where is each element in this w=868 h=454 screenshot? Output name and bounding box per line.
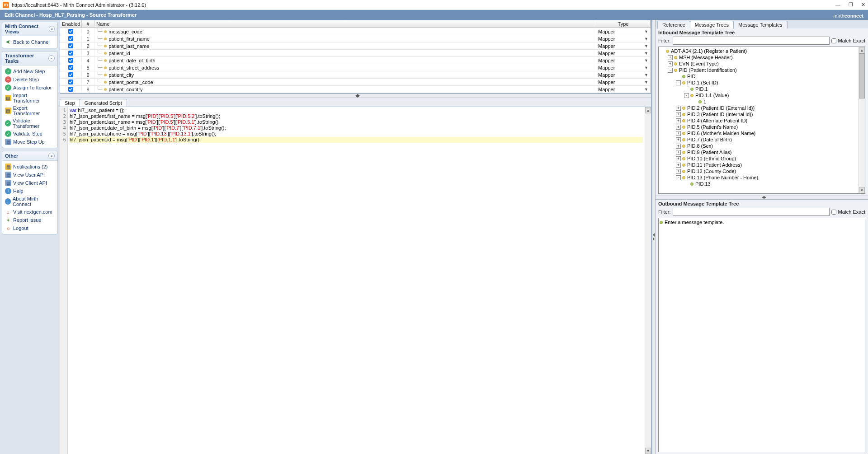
tab-message-templates[interactable]: Message Templates — [733, 21, 788, 28]
tree-node[interactable]: +PID.2 (Patient ID (External Id)) — [660, 105, 858, 111]
step-type-dropdown[interactable]: Mapper▼ — [596, 71, 651, 79]
col-header-num[interactable]: # — [82, 20, 94, 28]
step-enabled-checkbox[interactable] — [68, 65, 73, 70]
tree-node[interactable]: ADT-A04 (2.1) (Register a Patient) — [660, 48, 858, 54]
collapse-icon[interactable]: « — [49, 26, 55, 32]
step-row[interactable]: 1└─patient_first_nameMapper▼ — [60, 35, 651, 42]
tree-node[interactable]: +PID.8 (Sex) — [660, 143, 858, 149]
sidebar-item[interactable]: ✓Validate Transformer — [3, 117, 57, 130]
step-enabled-checkbox[interactable] — [68, 43, 73, 48]
step-enabled-checkbox[interactable] — [68, 87, 73, 92]
collapse-icon[interactable]: - — [668, 68, 673, 73]
step-enabled-checkbox[interactable] — [68, 80, 73, 84]
tree-node[interactable]: +PID.6 (Mother's Maiden Name) — [660, 130, 858, 136]
close-button[interactable]: ✕ — [861, 2, 865, 8]
tree-node[interactable]: -PID.1.1 (Value) — [660, 92, 858, 98]
step-enabled-checkbox[interactable] — [68, 72, 73, 77]
collapse-icon[interactable]: - — [684, 93, 689, 98]
sidebar-item[interactable]: ⎋Logout — [3, 224, 57, 232]
sidebar-item[interactable]: ▤Import Transformer — [3, 92, 57, 104]
step-type-dropdown[interactable]: Mapper▼ — [596, 42, 651, 50]
sidebar-item[interactable]: iAbout Mirth Connect — [3, 195, 57, 208]
sidebar-item[interactable]: ▤View User API — [3, 171, 57, 179]
tree-node[interactable]: +MSH (Message Header) — [660, 54, 858, 61]
step-type-dropdown[interactable]: Mapper▼ — [596, 86, 651, 93]
sidebar-item[interactable]: ✶Report Issue — [3, 216, 57, 224]
outbound-filter-input[interactable] — [673, 208, 830, 216]
outbound-match-exact-checkbox[interactable] — [831, 210, 836, 215]
sidebar-item[interactable]: ▤View Client API — [3, 179, 57, 187]
tree-node[interactable]: 1 — [660, 98, 858, 105]
step-enabled-checkbox[interactable] — [68, 58, 73, 63]
sidebar-item[interactable]: ⌂Visit nextgen.com — [3, 208, 57, 216]
tree-node[interactable]: +PID.10 (Ethnic Group) — [660, 155, 858, 162]
sidebar-item[interactable]: –Delete Step — [3, 75, 57, 84]
tree-node[interactable]: +PID.4 (Alternate Patient ID) — [660, 117, 858, 124]
step-row[interactable]: 3└─patient_idMapper▼ — [60, 50, 651, 57]
step-type-dropdown[interactable]: Mapper▼ — [596, 35, 651, 42]
step-type-dropdown[interactable]: Mapper▼ — [596, 28, 651, 35]
tab-reference[interactable]: Reference — [657, 21, 690, 28]
expand-icon[interactable]: + — [676, 150, 681, 155]
vertical-splitter[interactable] — [652, 20, 656, 454]
scroll-up-icon[interactable]: ▲ — [645, 107, 651, 113]
panel-header-views[interactable]: Mirth Connect Views « — [2, 22, 57, 36]
step-enabled-checkbox[interactable] — [68, 51, 73, 56]
right-horizontal-splitter[interactable] — [656, 196, 868, 199]
back-to-channel[interactable]: ⮜ Back to Channel — [3, 38, 57, 46]
step-type-dropdown[interactable]: Mapper▼ — [596, 50, 651, 57]
step-type-dropdown[interactable]: Mapper▼ — [596, 64, 651, 71]
step-row[interactable]: 0└─message_codeMapper▼ — [60, 28, 651, 35]
scroll-thumb[interactable] — [859, 53, 865, 98]
col-header-type[interactable]: Type — [596, 20, 651, 28]
tab-message-trees[interactable]: Message Trees — [690, 21, 734, 28]
tree-node[interactable]: +PID.12 (County Code) — [660, 168, 858, 174]
col-header-enabled[interactable]: Enabled — [60, 20, 82, 28]
step-type-dropdown[interactable]: Mapper▼ — [596, 79, 651, 86]
tree-node[interactable]: +PID.9 (Patient Alias) — [660, 149, 858, 155]
expand-icon[interactable]: + — [676, 144, 681, 149]
sidebar-item[interactable]: ▤Export Transformer — [3, 104, 57, 117]
tree-node[interactable]: PID.1 — [660, 86, 858, 92]
tree-node[interactable]: -PID.1 (Set ID) — [660, 80, 858, 86]
sidebar-item[interactable]: ✓Validate Step — [3, 130, 57, 138]
tree-node[interactable]: -PID (Patient Identification) — [660, 67, 858, 73]
expand-icon[interactable]: + — [676, 137, 681, 142]
expand-icon[interactable]: + — [676, 131, 681, 136]
sidebar-item[interactable]: +Add New Step — [3, 67, 57, 75]
collapse-icon[interactable]: - — [676, 80, 681, 85]
panel-header-tasks[interactable]: Transformer Tasks « — [2, 51, 57, 66]
tree-scrollbar[interactable]: ▲ ▼ — [859, 47, 865, 193]
code-area[interactable]: var hl7_json_patient = {};hl7_json_patie… — [68, 107, 645, 454]
step-enabled-checkbox[interactable] — [68, 36, 73, 41]
step-row[interactable]: 4└─patient_date_of_birthMapper▼ — [60, 57, 651, 64]
step-row[interactable]: 2└─patient_last_nameMapper▼ — [60, 42, 651, 50]
tree-node[interactable]: -PID.13 (Phone Number - Home) — [660, 174, 858, 181]
inbound-match-exact-checkbox[interactable] — [831, 38, 836, 43]
scroll-down-icon[interactable]: ▼ — [859, 187, 865, 193]
step-type-dropdown[interactable]: Mapper▼ — [596, 57, 651, 64]
expand-icon[interactable]: + — [676, 112, 681, 117]
expand-icon[interactable]: + — [668, 55, 673, 60]
expand-icon[interactable]: + — [676, 156, 681, 161]
expand-icon[interactable]: + — [676, 125, 681, 130]
scroll-up-icon[interactable]: ▲ — [859, 47, 865, 53]
horizontal-splitter[interactable] — [60, 94, 651, 98]
collapse-icon[interactable]: - — [676, 175, 681, 180]
scroll-down-icon[interactable]: ▼ — [645, 448, 651, 454]
tree-node[interactable]: PID — [660, 73, 858, 80]
sidebar-item[interactable]: ▤Move Step Up — [3, 138, 57, 146]
inbound-filter-input[interactable] — [673, 37, 830, 45]
collapse-icon[interactable]: « — [48, 55, 55, 61]
sidebar-item[interactable]: ▤Notifications (2) — [3, 163, 57, 171]
minimize-button[interactable]: — — [835, 2, 840, 8]
sidebar-item[interactable]: iHelp — [3, 187, 57, 195]
inbound-tree[interactable]: ADT-A04 (2.1) (Register a Patient)+MSH (… — [658, 47, 865, 194]
tree-node[interactable]: +PID.3 (Patient ID (Internal Id)) — [660, 111, 858, 117]
expand-icon[interactable]: + — [676, 106, 681, 111]
step-row[interactable]: 8└─patient_countryMapper▼ — [60, 86, 651, 93]
step-row[interactable]: 6└─patient_cityMapper▼ — [60, 71, 651, 79]
step-row[interactable]: 5└─patient_street_addressMapper▼ — [60, 64, 651, 71]
code-editor[interactable]: 123456 var hl7_json_patient = {};hl7_jso… — [60, 107, 651, 454]
tree-node[interactable]: +PID.5 (Patient's Name) — [660, 124, 858, 130]
